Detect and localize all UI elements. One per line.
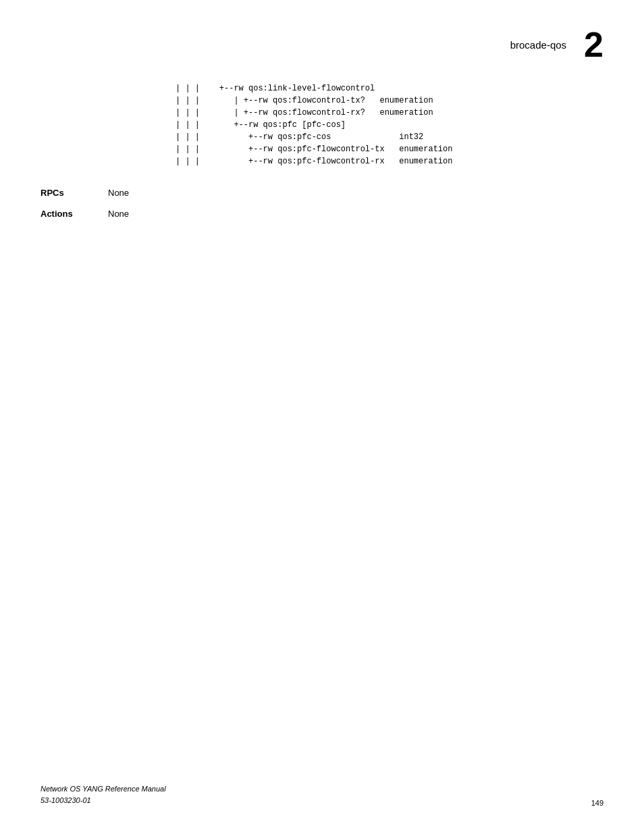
header-title: brocade-qos bbox=[510, 39, 566, 51]
footer-page-number: 149 bbox=[591, 799, 603, 807]
header-area: brocade-qos 2 bbox=[41, 27, 603, 62]
actions-section: Actions None bbox=[41, 209, 603, 219]
rpcs-label: RPCs bbox=[41, 188, 95, 198]
actions-value: None bbox=[108, 209, 129, 219]
chapter-number: 2 bbox=[584, 27, 603, 62]
code-block: | | | +--rw qos:link-level-flowcontrol |… bbox=[41, 82, 603, 167]
rpcs-value: None bbox=[108, 188, 129, 198]
footer-left: Network OS YANG Reference Manual 53-1003… bbox=[41, 783, 166, 807]
footer-doc-number: 53-1003230-01 bbox=[41, 795, 166, 807]
page-container: brocade-qos 2 | | | +--rw qos:link-level… bbox=[0, 0, 644, 834]
footer: Network OS YANG Reference Manual 53-1003… bbox=[41, 783, 603, 807]
rpcs-section: RPCs None bbox=[41, 188, 603, 198]
footer-manual-title: Network OS YANG Reference Manual bbox=[41, 783, 166, 796]
actions-label: Actions bbox=[41, 209, 95, 219]
